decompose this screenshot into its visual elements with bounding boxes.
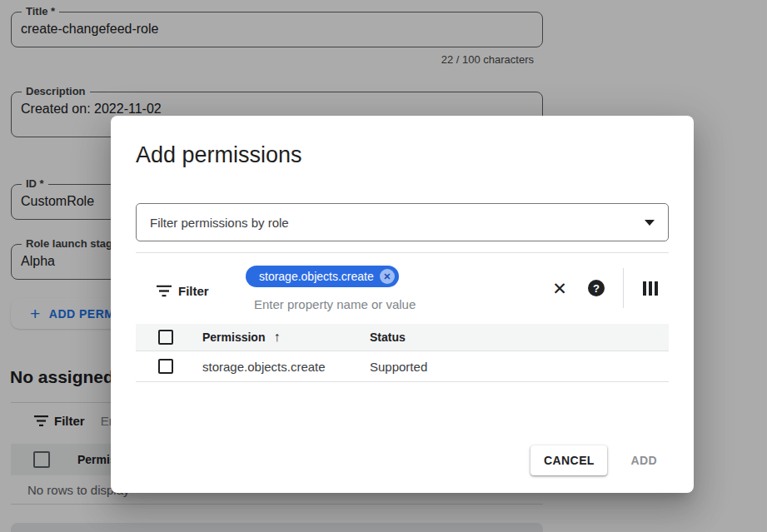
filter-chip[interactable]: storage.objects.create ✕ (246, 266, 399, 287)
filter-button[interactable]: Filter (157, 284, 209, 298)
filter-help-button[interactable]: ? (578, 270, 615, 306)
permission-header-label: Permission (202, 331, 265, 344)
vertical-divider (623, 268, 624, 308)
role-select-placeholder: Filter permissions by role (150, 216, 645, 230)
clear-filters-button[interactable]: ✕ (541, 270, 578, 306)
columns-icon (643, 281, 658, 296)
filter-permissions-by-role-select[interactable]: Filter permissions by role (136, 203, 669, 241)
filter-label: Filter (178, 284, 209, 298)
sort-ascending-icon[interactable]: ↑ (273, 330, 280, 345)
add-button[interactable]: ADD (619, 445, 669, 475)
permission-column-header[interactable]: Permission ↑ (202, 330, 369, 345)
close-icon: ✕ (552, 280, 567, 297)
toolbar-icons: ✕ ? (541, 252, 669, 324)
add-permissions-dialog: Add permissions Filter permissions by ro… (111, 116, 694, 493)
screen: Title * create-changefeed-role 22 / 100 … (0, 0, 767, 532)
permissions-table-header: Permission ↑ Status (136, 324, 669, 351)
select-all-checkbox[interactable] (158, 330, 173, 345)
filter-list-icon (157, 285, 172, 296)
filter-input[interactable] (254, 297, 504, 311)
row-permission-cell: storage.objects.create (202, 360, 369, 374)
dialog-title: Add permissions (136, 142, 302, 168)
permissions-filter-toolbar: Filter storage.objects.create ✕ ✕ ? (136, 252, 669, 324)
dialog-actions: CANCEL ADD (530, 445, 669, 475)
chip-remove-icon[interactable]: ✕ (380, 269, 395, 284)
cancel-button[interactable]: CANCEL (530, 445, 607, 475)
help-icon: ? (588, 280, 605, 296)
table-row[interactable]: storage.objects.create Supported (136, 351, 669, 382)
row-status-cell: Supported (370, 360, 427, 374)
filter-chip-text: storage.objects.create (259, 270, 374, 283)
chevron-down-icon (645, 220, 655, 226)
column-display-options-button[interactable] (632, 270, 669, 306)
status-column-header[interactable]: Status (370, 331, 406, 344)
row-checkbox[interactable] (158, 359, 173, 374)
